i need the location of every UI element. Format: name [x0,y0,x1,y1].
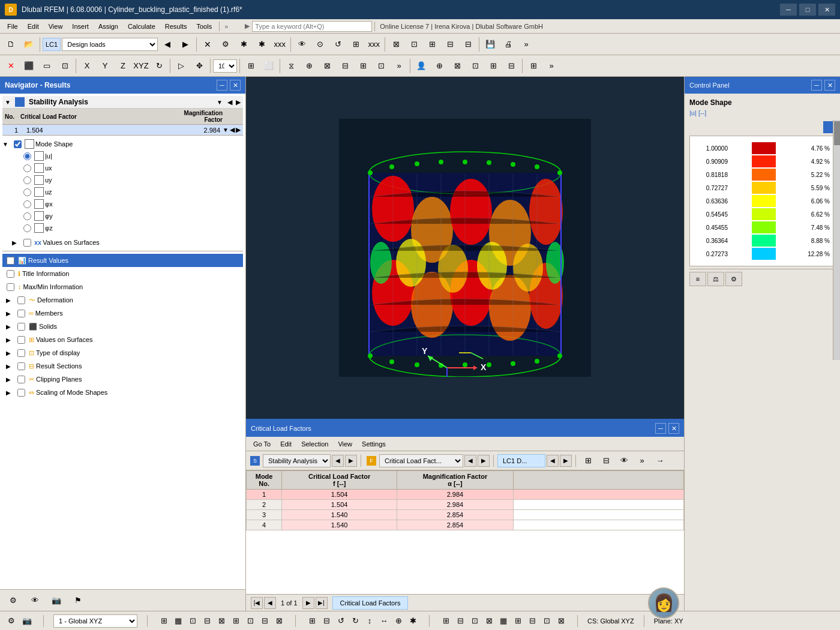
tb2-xyz[interactable]: XYZ [133,58,149,74]
tb2-zoom-level[interactable]: 10 [213,59,237,73]
values-on-surfaces-item[interactable]: ▶ xx Values on Surfaces [2,236,243,248]
status-tb13[interactable]: ↻ [349,614,362,628]
page-first[interactable]: |◀ [251,597,263,609]
clf-menu-selection[interactable]: Selection [296,439,333,449]
status-icon2[interactable]: 📷 [20,614,34,628]
mode-shape-checkbox[interactable] [14,140,22,148]
status-tb20[interactable]: ⊡ [468,614,481,628]
values-surf-expand[interactable]: ▶ [6,337,14,343]
status-tb23[interactable]: ⊞ [511,614,524,628]
cp-btn-settings[interactable]: ⚙ [725,272,742,286]
clf-factor-prev[interactable]: ◀ [464,455,476,467]
tb-btn8[interactable]: ↺ [329,36,346,53]
tb2-y[interactable]: Y [97,58,113,74]
status-tb14[interactable]: ↕ [363,614,376,628]
tb-btn2[interactable]: ⚙ [217,36,234,53]
tb2-b3[interactable]: ⊞ [355,58,371,74]
result-values-item[interactable]: 📊 Result Values [2,254,243,267]
cp-btn-table[interactable]: ≡ [689,272,706,286]
status-tb5[interactable]: ⊠ [215,614,228,628]
status-tb25[interactable]: ⊡ [540,614,553,628]
nav-bottom-settings[interactable]: ⚙ [5,592,22,609]
menu-insert[interactable]: Insert [67,22,94,31]
mode-option-u[interactable]: |u| [2,150,243,162]
tb-btn6[interactable]: 👁 [293,36,310,53]
clf-menu-view[interactable]: View [333,439,357,449]
tb-btn15[interactable]: ⊟ [460,36,476,53]
status-tb8[interactable]: ⊟ [258,614,271,628]
menu-edit[interactable]: Edit [23,22,44,31]
tb2-more2[interactable]: » [543,58,560,74]
clf-analysis-prev[interactable]: ◀ [332,455,344,467]
status-tb15[interactable]: ↔ [377,614,391,628]
mode-option-phiz[interactable]: φz [2,222,243,234]
page-last[interactable]: ▶| [316,597,328,609]
status-tb24[interactable]: ⊟ [526,614,539,628]
clipping-check[interactable] [17,376,25,383]
tb2-x[interactable]: X [79,58,95,74]
tb-print[interactable]: 🖨 [500,36,517,53]
tb-btn3[interactable]: ✱ [235,36,252,53]
clf-tb-eye[interactable]: 👁 [616,452,632,469]
title-info-item[interactable]: ℹ Title Information [2,267,243,280]
tb2-rotate[interactable]: ↻ [151,58,167,74]
tb-btn12[interactable]: ⊡ [406,36,422,53]
clf-menu-goto[interactable]: Go To [248,439,275,449]
title-info-check[interactable] [7,270,14,278]
radio-u[interactable] [23,152,31,160]
menu-more[interactable]: » [222,23,230,30]
deformation-expand[interactable]: ▶ [6,297,14,304]
cp-pin-btn[interactable]: ─ [811,80,822,91]
tb2-b8[interactable]: ⊟ [503,58,520,74]
status-tb11[interactable]: ⊟ [320,614,333,628]
tb2-cube[interactable]: ⬛ [20,58,37,74]
result-sect-expand[interactable]: ▶ [6,363,14,370]
tb2-b1[interactable]: ⊠ [319,58,335,74]
status-tb6[interactable]: ⊞ [229,614,242,628]
values-expand[interactable]: ▶ [12,239,22,246]
tb2-plane[interactable]: ▭ [38,58,55,74]
mode-shape-expand[interactable]: ▼ [2,141,12,148]
status-tb10[interactable]: ⊞ [305,614,319,628]
tb2-b2[interactable]: ⊟ [337,58,353,74]
keyword-search[interactable] [252,21,372,32]
tb-prev-lc[interactable]: ◀ [159,36,176,53]
status-tb19[interactable]: ⊟ [454,614,467,628]
lc-dropdown[interactable]: Design loads [62,38,158,51]
tb-btn9[interactable]: ⊞ [347,36,364,53]
tb2-move[interactable]: ✥ [191,58,208,74]
clf-menu-edit[interactable]: Edit [275,439,296,449]
clipping-expand[interactable]: ▶ [6,376,14,383]
clf-tb-filter2[interactable]: ⊟ [598,452,614,469]
tb2-b5[interactable]: ⊠ [449,58,466,74]
status-tb9[interactable]: ⊠ [272,614,286,628]
mode-option-ux[interactable]: ux [2,162,243,174]
nav-bottom-camera[interactable]: 📷 [48,592,65,609]
clf-pin-btn[interactable]: ─ [655,423,666,434]
clf-tb-more[interactable]: » [634,452,650,469]
tb2-mesh[interactable]: ⊞ [242,58,259,74]
values-surfaces-item2[interactable]: ▶ ⊞ Values on Surfaces [2,333,243,346]
table-row[interactable]: 3 1.540 2.854 [247,510,684,520]
values-checkbox[interactable] [23,239,31,247]
radio-phiz[interactable] [23,224,31,232]
status-icon1[interactable]: ⚙ [5,614,18,628]
menu-calculate[interactable]: Calculate [123,22,160,31]
radio-uz[interactable] [23,188,31,196]
menu-tools[interactable]: Tools [191,22,217,31]
scaling-check[interactable] [17,389,25,397]
tb-open[interactable]: 📂 [20,36,37,53]
right-scrollbar[interactable] [833,120,840,360]
tb-btn5[interactable]: xxx [271,36,288,53]
radio-uy[interactable] [23,176,31,184]
nav-bottom-flag[interactable]: ⚑ [70,592,86,609]
tb2-person[interactable]: 👤 [413,58,430,74]
stability-dropdown-btn[interactable]: ▼ [217,99,223,106]
solids-item[interactable]: ▶ ⬛ Solids [2,320,243,333]
tb2-b4[interactable]: ⊡ [373,58,389,74]
row-dropdown[interactable]: ▼ [223,127,229,133]
status-tb7[interactable]: ⊡ [244,614,257,628]
tb-btn4[interactable]: ✱ [253,36,270,53]
status-tb1[interactable]: ⊞ [157,614,170,628]
radio-phiy[interactable] [23,212,31,220]
